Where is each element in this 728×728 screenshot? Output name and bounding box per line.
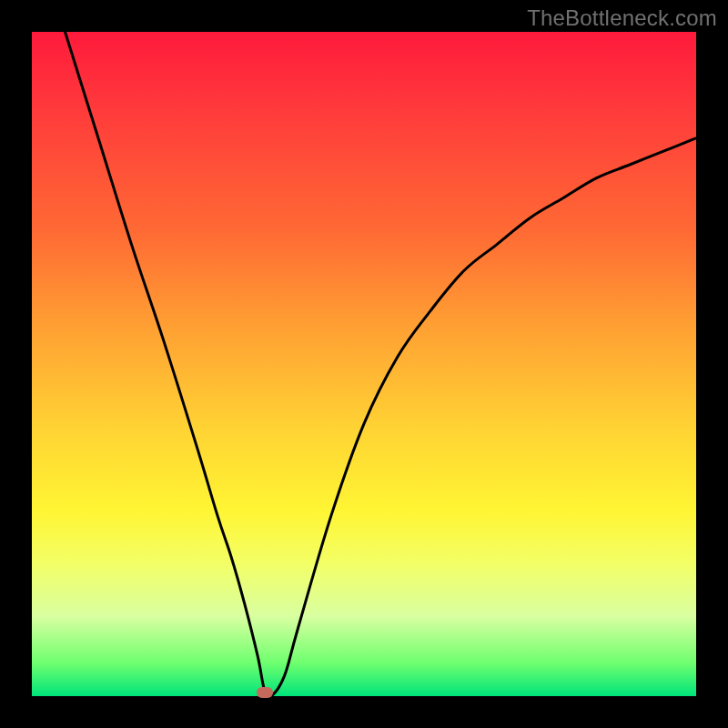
curve-svg [32, 32, 696, 696]
watermark-text: TheBottleneck.com [527, 5, 717, 31]
optimum-marker [257, 687, 273, 698]
chart-frame: TheBottleneck.com [0, 0, 728, 728]
plot-area [32, 32, 696, 696]
bottleneck-curve [66, 32, 697, 697]
